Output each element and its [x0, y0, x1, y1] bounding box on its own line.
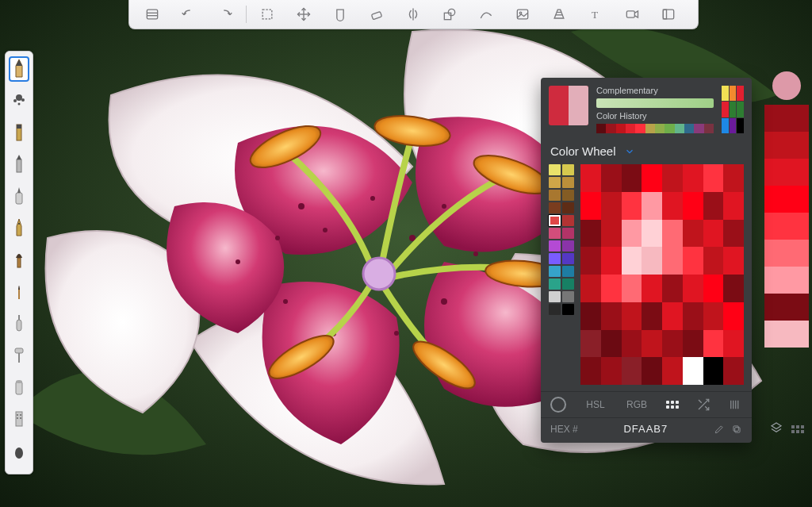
svg-point-59: [16, 380, 22, 383]
svg-text:T: T: [592, 9, 598, 21]
grid-mode-icon[interactable]: [666, 401, 679, 409]
svg-point-44: [18, 103, 21, 106]
brush-smudge[interactable]: [9, 374, 29, 399]
color-band[interactable]: [764, 186, 809, 213]
current-color-dot[interactable]: [772, 71, 801, 100]
color-wheel-label: Color Wheel: [550, 144, 616, 158]
brush-roller[interactable]: [9, 342, 29, 367]
svg-rect-52: [17, 258, 21, 267]
symmetry-icon[interactable]: [400, 3, 427, 25]
brush-pencil[interactable]: [9, 56, 29, 82]
hex-row: HEX # DFAAB7: [541, 417, 752, 443]
color-history[interactable]: [596, 124, 714, 133]
layers-icon[interactable]: [769, 421, 783, 438]
complementary-label: Complementary: [596, 86, 714, 95]
svg-point-8: [441, 298, 447, 305]
svg-point-64: [20, 417, 21, 419]
svg-rect-37: [663, 10, 673, 19]
brush-blob[interactable]: [9, 437, 29, 463]
redo-icon[interactable]: [212, 3, 239, 25]
undo-icon[interactable]: [175, 3, 202, 25]
hsl-mode[interactable]: HSL: [584, 399, 607, 410]
svg-point-51: [18, 223, 20, 225]
palette-column[interactable]: [549, 164, 574, 385]
brush-felt[interactable]: [9, 120, 29, 145]
erase-icon[interactable]: [363, 3, 390, 25]
svg-point-1: [298, 203, 304, 209]
svg-rect-56: [15, 348, 23, 353]
svg-rect-38: [663, 10, 666, 19]
edit-icon[interactable]: [714, 424, 725, 435]
svg-point-11: [283, 299, 288, 304]
brush-airbrush[interactable]: [9, 310, 29, 336]
svg-point-41: [16, 94, 22, 101]
brush-marker[interactable]: [9, 183, 29, 209]
color-band[interactable]: [764, 159, 809, 186]
select-icon[interactable]: [254, 3, 281, 25]
svg-rect-27: [371, 12, 381, 20]
svg-rect-53: [18, 290, 20, 299]
shapes-icon[interactable]: [436, 3, 463, 25]
svg-point-3: [275, 236, 280, 240]
text-icon[interactable]: T: [582, 3, 609, 25]
color-band[interactable]: [764, 294, 809, 321]
color-band[interactable]: [764, 132, 809, 159]
timelapse-icon[interactable]: [619, 3, 645, 25]
fill-icon[interactable]: [327, 3, 354, 25]
image-icon[interactable]: [509, 3, 536, 25]
copy-icon[interactable]: [731, 424, 742, 435]
svg-point-12: [236, 259, 240, 264]
active-swatch[interactable]: [549, 86, 588, 125]
perspective-icon[interactable]: [546, 3, 573, 25]
shade-grid[interactable]: [580, 164, 744, 385]
bars-icon[interactable]: [728, 398, 742, 412]
svg-marker-50: [17, 187, 21, 193]
random-icon[interactable]: [696, 398, 710, 412]
ui-icon[interactable]: [655, 3, 682, 25]
complementary-bar[interactable]: [596, 98, 714, 108]
svg-rect-29: [444, 13, 450, 19]
brush-chisel[interactable]: [9, 152, 29, 177]
transform-icon[interactable]: [290, 3, 317, 25]
svg-rect-70: [735, 427, 740, 432]
color-bands[interactable]: [764, 105, 809, 348]
wheel-mode-icon[interactable]: [550, 397, 566, 413]
right-strip: [761, 71, 812, 444]
section-header[interactable]: Color Wheel: [541, 138, 752, 164]
svg-point-6: [442, 204, 446, 209]
svg-rect-57: [18, 353, 20, 363]
library-icon[interactable]: [139, 3, 166, 25]
brush-pen[interactable]: [9, 215, 29, 240]
svg-point-4: [370, 196, 375, 201]
brush-pattern[interactable]: [9, 405, 29, 431]
color-band[interactable]: [764, 267, 809, 294]
rgb-mode[interactable]: RGB: [625, 399, 649, 410]
svg-rect-71: [733, 425, 738, 430]
brush-splatter[interactable]: [9, 88, 29, 113]
svg-point-42: [13, 99, 17, 102]
curve-icon[interactable]: [473, 3, 500, 25]
svg-rect-47: [17, 159, 21, 172]
brush-paintbrush[interactable]: [9, 247, 29, 272]
color-mode-row: HSL RGB: [541, 391, 752, 417]
svg-rect-46: [17, 125, 21, 129]
brush-rail: [5, 51, 33, 474]
svg-rect-24: [262, 10, 272, 19]
color-band[interactable]: [764, 213, 809, 240]
svg-point-2: [323, 228, 327, 232]
color-panel: Complementary Color History Color Wheel …: [541, 78, 752, 443]
hex-value[interactable]: DFAAB7: [584, 423, 707, 435]
svg-point-7: [473, 252, 478, 256]
svg-point-61: [17, 414, 18, 416]
color-band[interactable]: [764, 105, 809, 132]
color-band[interactable]: [764, 240, 809, 267]
svg-rect-21: [147, 10, 157, 19]
svg-rect-54: [17, 320, 21, 331]
svg-rect-49: [16, 193, 22, 204]
svg-rect-36: [626, 11, 634, 17]
grid-icon[interactable]: [791, 425, 804, 433]
color-band[interactable]: [764, 321, 809, 348]
svg-rect-60: [16, 412, 22, 426]
brush-fine-brush[interactable]: [9, 278, 29, 304]
mini-palette[interactable]: [722, 86, 744, 133]
